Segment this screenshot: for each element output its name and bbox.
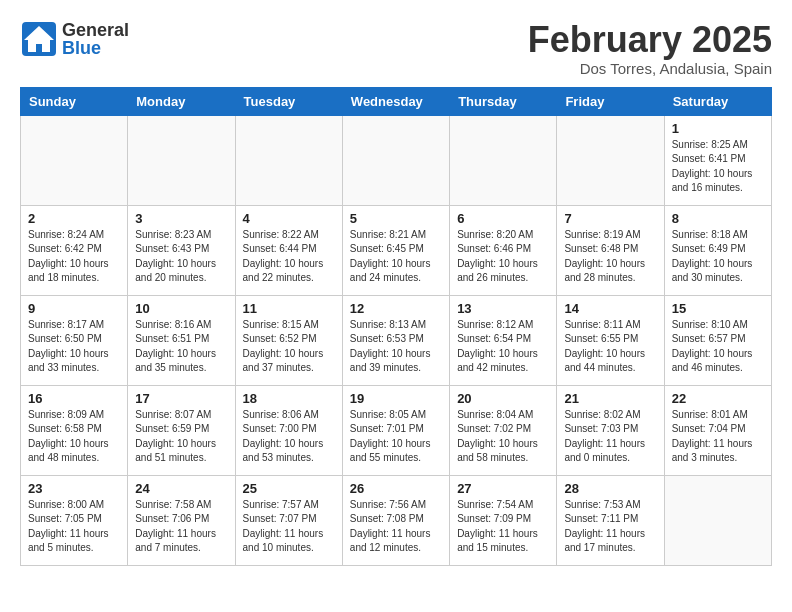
calendar-day: 20Sunrise: 8:04 AM Sunset: 7:02 PM Dayli… <box>450 385 557 475</box>
day-number: 27 <box>457 481 549 496</box>
day-info: Sunrise: 8:18 AM Sunset: 6:49 PM Dayligh… <box>672 228 764 286</box>
calendar-week-4: 16Sunrise: 8:09 AM Sunset: 6:58 PM Dayli… <box>21 385 772 475</box>
day-number: 24 <box>135 481 227 496</box>
day-number: 28 <box>564 481 656 496</box>
logo-icon <box>20 20 58 58</box>
calendar-day: 13Sunrise: 8:12 AM Sunset: 6:54 PM Dayli… <box>450 295 557 385</box>
calendar-day: 24Sunrise: 7:58 AM Sunset: 7:06 PM Dayli… <box>128 475 235 565</box>
logo-blue-text: Blue <box>62 39 129 57</box>
day-number: 11 <box>243 301 335 316</box>
logo-general-text: General <box>62 21 129 39</box>
day-info: Sunrise: 8:21 AM Sunset: 6:45 PM Dayligh… <box>350 228 442 286</box>
column-header-saturday: Saturday <box>664 87 771 115</box>
day-number: 10 <box>135 301 227 316</box>
calendar-day: 23Sunrise: 8:00 AM Sunset: 7:05 PM Dayli… <box>21 475 128 565</box>
day-info: Sunrise: 8:15 AM Sunset: 6:52 PM Dayligh… <box>243 318 335 376</box>
column-header-friday: Friday <box>557 87 664 115</box>
day-info: Sunrise: 8:13 AM Sunset: 6:53 PM Dayligh… <box>350 318 442 376</box>
day-number: 9 <box>28 301 120 316</box>
day-info: Sunrise: 8:23 AM Sunset: 6:43 PM Dayligh… <box>135 228 227 286</box>
column-header-monday: Monday <box>128 87 235 115</box>
day-number: 5 <box>350 211 442 226</box>
title-block: February 2025 Dos Torres, Andalusia, Spa… <box>528 20 772 77</box>
calendar-day: 11Sunrise: 8:15 AM Sunset: 6:52 PM Dayli… <box>235 295 342 385</box>
calendar-day: 19Sunrise: 8:05 AM Sunset: 7:01 PM Dayli… <box>342 385 449 475</box>
calendar-day: 2Sunrise: 8:24 AM Sunset: 6:42 PM Daylig… <box>21 205 128 295</box>
day-info: Sunrise: 8:12 AM Sunset: 6:54 PM Dayligh… <box>457 318 549 376</box>
calendar-day <box>664 475 771 565</box>
calendar-day: 8Sunrise: 8:18 AM Sunset: 6:49 PM Daylig… <box>664 205 771 295</box>
day-number: 4 <box>243 211 335 226</box>
day-number: 3 <box>135 211 227 226</box>
calendar-day: 1Sunrise: 8:25 AM Sunset: 6:41 PM Daylig… <box>664 115 771 205</box>
calendar-week-3: 9Sunrise: 8:17 AM Sunset: 6:50 PM Daylig… <box>21 295 772 385</box>
day-info: Sunrise: 7:54 AM Sunset: 7:09 PM Dayligh… <box>457 498 549 556</box>
day-number: 8 <box>672 211 764 226</box>
calendar-week-1: 1Sunrise: 8:25 AM Sunset: 6:41 PM Daylig… <box>21 115 772 205</box>
day-info: Sunrise: 8:10 AM Sunset: 6:57 PM Dayligh… <box>672 318 764 376</box>
calendar-day: 5Sunrise: 8:21 AM Sunset: 6:45 PM Daylig… <box>342 205 449 295</box>
day-number: 6 <box>457 211 549 226</box>
day-number: 14 <box>564 301 656 316</box>
calendar-week-2: 2Sunrise: 8:24 AM Sunset: 6:42 PM Daylig… <box>21 205 772 295</box>
calendar-day: 4Sunrise: 8:22 AM Sunset: 6:44 PM Daylig… <box>235 205 342 295</box>
calendar-day: 6Sunrise: 8:20 AM Sunset: 6:46 PM Daylig… <box>450 205 557 295</box>
calendar-week-5: 23Sunrise: 8:00 AM Sunset: 7:05 PM Dayli… <box>21 475 772 565</box>
calendar-day: 28Sunrise: 7:53 AM Sunset: 7:11 PM Dayli… <box>557 475 664 565</box>
logo: General Blue <box>20 20 129 58</box>
calendar-day: 12Sunrise: 8:13 AM Sunset: 6:53 PM Dayli… <box>342 295 449 385</box>
day-number: 7 <box>564 211 656 226</box>
column-header-thursday: Thursday <box>450 87 557 115</box>
day-number: 15 <box>672 301 764 316</box>
day-number: 20 <box>457 391 549 406</box>
logo-text: General Blue <box>62 21 129 57</box>
day-number: 1 <box>672 121 764 136</box>
calendar-day: 15Sunrise: 8:10 AM Sunset: 6:57 PM Dayli… <box>664 295 771 385</box>
day-number: 12 <box>350 301 442 316</box>
column-header-tuesday: Tuesday <box>235 87 342 115</box>
day-info: Sunrise: 8:01 AM Sunset: 7:04 PM Dayligh… <box>672 408 764 466</box>
day-number: 21 <box>564 391 656 406</box>
day-info: Sunrise: 8:11 AM Sunset: 6:55 PM Dayligh… <box>564 318 656 376</box>
day-info: Sunrise: 8:09 AM Sunset: 6:58 PM Dayligh… <box>28 408 120 466</box>
calendar-day <box>128 115 235 205</box>
day-info: Sunrise: 8:22 AM Sunset: 6:44 PM Dayligh… <box>243 228 335 286</box>
day-number: 13 <box>457 301 549 316</box>
calendar-day: 22Sunrise: 8:01 AM Sunset: 7:04 PM Dayli… <box>664 385 771 475</box>
day-number: 16 <box>28 391 120 406</box>
calendar-header-row: SundayMondayTuesdayWednesdayThursdayFrid… <box>21 87 772 115</box>
calendar-day <box>235 115 342 205</box>
day-info: Sunrise: 7:56 AM Sunset: 7:08 PM Dayligh… <box>350 498 442 556</box>
calendar-day: 26Sunrise: 7:56 AM Sunset: 7:08 PM Dayli… <box>342 475 449 565</box>
day-number: 18 <box>243 391 335 406</box>
day-number: 23 <box>28 481 120 496</box>
day-info: Sunrise: 7:53 AM Sunset: 7:11 PM Dayligh… <box>564 498 656 556</box>
day-info: Sunrise: 8:00 AM Sunset: 7:05 PM Dayligh… <box>28 498 120 556</box>
calendar-day: 10Sunrise: 8:16 AM Sunset: 6:51 PM Dayli… <box>128 295 235 385</box>
column-header-wednesday: Wednesday <box>342 87 449 115</box>
day-info: Sunrise: 8:07 AM Sunset: 6:59 PM Dayligh… <box>135 408 227 466</box>
calendar-day: 18Sunrise: 8:06 AM Sunset: 7:00 PM Dayli… <box>235 385 342 475</box>
day-info: Sunrise: 8:17 AM Sunset: 6:50 PM Dayligh… <box>28 318 120 376</box>
calendar-day <box>21 115 128 205</box>
day-number: 22 <box>672 391 764 406</box>
calendar-day <box>450 115 557 205</box>
day-number: 17 <box>135 391 227 406</box>
calendar-day <box>557 115 664 205</box>
day-info: Sunrise: 7:58 AM Sunset: 7:06 PM Dayligh… <box>135 498 227 556</box>
column-header-sunday: Sunday <box>21 87 128 115</box>
calendar-day: 7Sunrise: 8:19 AM Sunset: 6:48 PM Daylig… <box>557 205 664 295</box>
calendar-day: 14Sunrise: 8:11 AM Sunset: 6:55 PM Dayli… <box>557 295 664 385</box>
calendar-day <box>342 115 449 205</box>
day-info: Sunrise: 8:06 AM Sunset: 7:00 PM Dayligh… <box>243 408 335 466</box>
calendar-day: 27Sunrise: 7:54 AM Sunset: 7:09 PM Dayli… <box>450 475 557 565</box>
day-info: Sunrise: 8:25 AM Sunset: 6:41 PM Dayligh… <box>672 138 764 196</box>
location-text: Dos Torres, Andalusia, Spain <box>528 60 772 77</box>
day-info: Sunrise: 8:20 AM Sunset: 6:46 PM Dayligh… <box>457 228 549 286</box>
calendar-day: 17Sunrise: 8:07 AM Sunset: 6:59 PM Dayli… <box>128 385 235 475</box>
day-info: Sunrise: 7:57 AM Sunset: 7:07 PM Dayligh… <box>243 498 335 556</box>
day-info: Sunrise: 8:05 AM Sunset: 7:01 PM Dayligh… <box>350 408 442 466</box>
day-number: 19 <box>350 391 442 406</box>
day-number: 25 <box>243 481 335 496</box>
day-number: 26 <box>350 481 442 496</box>
